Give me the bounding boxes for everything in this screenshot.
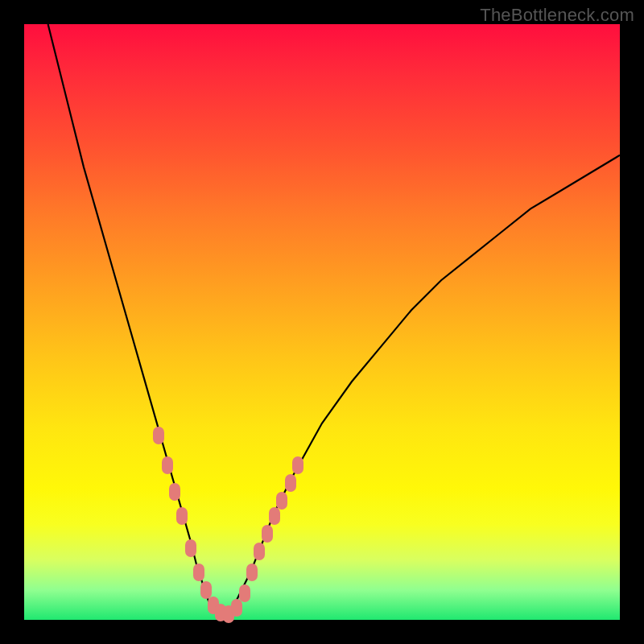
sample-marker — [292, 456, 303, 474]
sample-marker — [169, 483, 180, 501]
chart-frame: TheBottleneck.com — [0, 0, 644, 644]
sample-marker — [153, 427, 164, 444]
sample-marker — [276, 492, 287, 510]
sample-marker — [269, 507, 280, 525]
sample-marker — [185, 539, 196, 557]
sample-marker — [285, 474, 296, 492]
sample-marker — [239, 584, 250, 602]
sample-marker — [254, 543, 265, 560]
sample-marker — [231, 599, 242, 617]
sample-marker — [162, 456, 173, 474]
sample-marker — [193, 564, 204, 581]
watermark-text: TheBottleneck.com — [480, 5, 634, 26]
sample-marker — [176, 507, 188, 525]
sample-markers-layer — [24, 24, 620, 620]
sample-marker — [246, 564, 258, 581]
plot-area — [24, 24, 620, 620]
sample-marker — [262, 525, 273, 543]
